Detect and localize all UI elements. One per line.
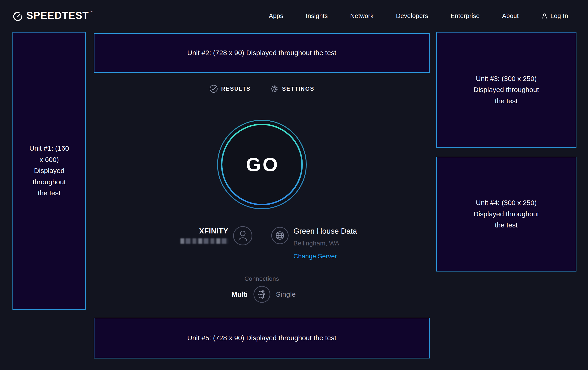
ad-unit-3-text: Unit #3: (300 x 250) Displayed throughou…: [468, 73, 545, 107]
connections-multi-wrap: Multi: [232, 286, 248, 303]
ad-unit-4[interactable]: Unit #4: (300 x 250) Displayed throughou…: [436, 157, 577, 271]
logo[interactable]: SPEEDTEST ™: [12, 10, 93, 22]
isp-ip-redacted: [180, 238, 228, 244]
isp-info: XFINITY: [180, 226, 253, 246]
nav-item-network[interactable]: Network: [350, 12, 373, 20]
tabs-bar: RESULTS SETTINGS: [94, 84, 430, 93]
server-block: Green House Data Bellingham, WA Change S…: [294, 227, 357, 260]
tab-results-label: RESULTS: [221, 86, 251, 92]
isp-block: XFINITY: [180, 227, 228, 245]
server-info: Green House Data Bellingham, WA Change S…: [271, 226, 357, 260]
gear-icon: [270, 84, 279, 93]
connections-multi[interactable]: Multi: [232, 290, 248, 298]
go-button-area: GO: [94, 119, 430, 210]
nav-login[interactable]: Log In: [541, 12, 568, 20]
tab-results[interactable]: RESULTS: [209, 84, 251, 93]
ad-unit-1[interactable]: Unit #1: (160 x 600) Displayed throughou…: [12, 32, 86, 310]
header: SPEEDTEST ™ Apps Insights Network Develo…: [0, 0, 588, 32]
connections-section: Connections Multi Single: [94, 275, 430, 307]
server-location: Bellingham, WA: [294, 240, 357, 247]
main-nav: Apps Insights Network Developers Enterpr…: [269, 12, 568, 20]
globe-icon: [271, 227, 289, 245]
person-icon: [541, 12, 548, 19]
connections-toggle[interactable]: [253, 286, 271, 303]
connections-title: Connections: [94, 275, 430, 282]
ad-unit-5-text: Unit #5: (728 x 90) Displayed throughout…: [187, 332, 336, 344]
speedtest-gauge-icon: [12, 11, 23, 22]
connections-single-wrap: Single: [276, 286, 296, 303]
change-server-link[interactable]: Change Server: [294, 252, 337, 260]
connection-info-row: XFINITY: [94, 226, 430, 262]
user-icon: [232, 226, 253, 246]
logo-trademark: ™: [89, 10, 93, 14]
isp-name: XFINITY: [180, 227, 228, 235]
ad-unit-4-text: Unit #4: (300 x 250) Displayed throughou…: [468, 197, 545, 231]
go-label: GO: [244, 153, 279, 176]
ad-unit-2-text: Unit #2: (728 x 90) Displayed throughout…: [187, 47, 336, 59]
tab-settings-label: SETTINGS: [282, 86, 314, 92]
tab-settings[interactable]: SETTINGS: [270, 84, 314, 93]
server-name: Green House Data: [294, 227, 357, 236]
connections-row: Multi Single: [94, 286, 430, 303]
ad-unit-1-text: Unit #1: (160 x 600) Displayed throughou…: [28, 143, 71, 199]
logo-text: SPEEDTEST: [26, 10, 89, 21]
nav-item-about[interactable]: About: [502, 12, 519, 20]
nav-item-enterprise[interactable]: Enterprise: [451, 12, 480, 20]
nav-item-developers[interactable]: Developers: [396, 12, 428, 20]
login-label: Log In: [550, 12, 568, 20]
connections-single[interactable]: Single: [276, 290, 296, 298]
nav-item-apps[interactable]: Apps: [269, 12, 283, 20]
nav-item-insights[interactable]: Insights: [306, 12, 328, 20]
ad-unit-5[interactable]: Unit #5: (728 x 90) Displayed throughout…: [94, 318, 430, 359]
speedtest-page: SPEEDTEST ™ Apps Insights Network Develo…: [0, 0, 588, 370]
check-circle-icon: [209, 84, 218, 93]
ad-unit-3[interactable]: Unit #3: (300 x 250) Displayed throughou…: [436, 32, 577, 148]
ad-unit-2[interactable]: Unit #2: (728 x 90) Displayed throughout…: [94, 33, 430, 73]
go-button[interactable]: GO: [217, 119, 307, 210]
